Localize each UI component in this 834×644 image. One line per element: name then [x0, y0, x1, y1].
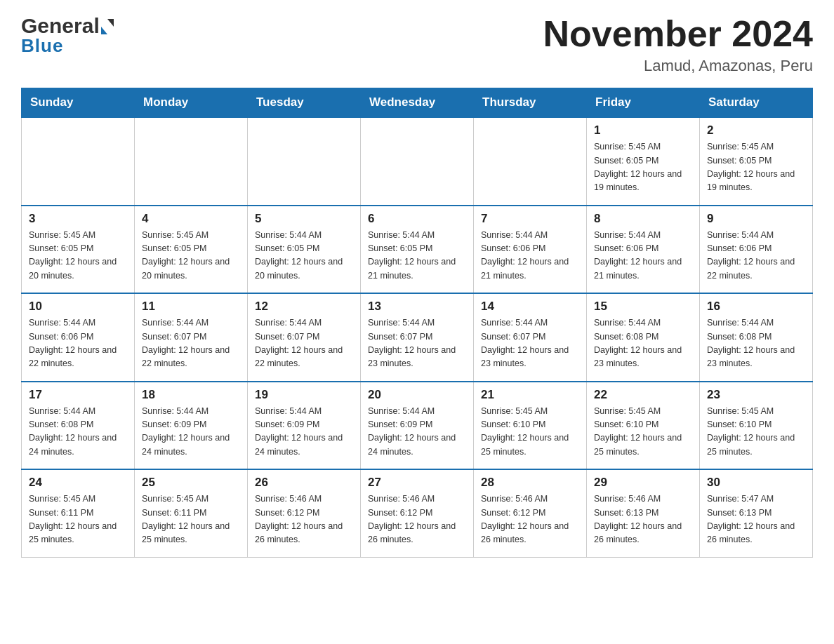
calendar-cell: 8Sunrise: 5:44 AMSunset: 6:06 PMDaylight… [587, 206, 700, 294]
calendar-cell: 9Sunrise: 5:44 AMSunset: 6:06 PMDaylight… [700, 206, 813, 294]
calendar-cell: 22Sunrise: 5:45 AMSunset: 6:10 PMDayligh… [587, 382, 700, 470]
day-number: 20 [368, 388, 466, 402]
weekday-header-thursday: Thursday [474, 88, 587, 118]
logo-text-blue: Blue [21, 35, 63, 57]
day-number: 11 [142, 300, 240, 314]
day-number: 8 [594, 212, 692, 226]
calendar-body: 1Sunrise: 5:45 AMSunset: 6:05 PMDaylight… [22, 117, 813, 557]
calendar-header: SundayMondayTuesdayWednesdayThursdayFrid… [22, 88, 813, 118]
calendar-cell: 25Sunrise: 5:45 AMSunset: 6:11 PMDayligh… [135, 469, 248, 557]
day-number: 17 [29, 388, 127, 402]
calendar-cell: 28Sunrise: 5:46 AMSunset: 6:12 PMDayligh… [474, 469, 587, 557]
day-info: Sunrise: 5:44 AMSunset: 6:09 PMDaylight:… [255, 405, 353, 459]
day-info: Sunrise: 5:44 AMSunset: 6:07 PMDaylight:… [255, 316, 353, 371]
calendar-cell: 30Sunrise: 5:47 AMSunset: 6:13 PMDayligh… [700, 469, 813, 557]
calendar-cell: 19Sunrise: 5:44 AMSunset: 6:09 PMDayligh… [248, 382, 361, 470]
day-info: Sunrise: 5:44 AMSunset: 6:08 PMDaylight:… [707, 316, 805, 371]
day-info: Sunrise: 5:45 AMSunset: 6:05 PMDaylight:… [29, 229, 127, 283]
day-info: Sunrise: 5:46 AMSunset: 6:13 PMDaylight:… [594, 492, 692, 547]
logo-icon [101, 19, 114, 34]
day-info: Sunrise: 5:44 AMSunset: 6:09 PMDaylight:… [368, 405, 466, 459]
day-number: 18 [142, 388, 240, 402]
calendar-cell: 7Sunrise: 5:44 AMSunset: 6:06 PMDaylight… [474, 206, 587, 294]
calendar-cell: 5Sunrise: 5:44 AMSunset: 6:05 PMDaylight… [248, 206, 361, 294]
page-header: General Blue November 2024 Lamud, Amazon… [21, 14, 813, 75]
logo-text-general: General [21, 14, 100, 38]
calendar-cell: 13Sunrise: 5:44 AMSunset: 6:07 PMDayligh… [361, 293, 474, 382]
day-number: 6 [368, 212, 466, 226]
day-number: 25 [142, 476, 240, 490]
day-info: Sunrise: 5:45 AMSunset: 6:10 PMDaylight:… [481, 405, 579, 459]
day-number: 24 [29, 476, 127, 490]
weekday-header-sunday: Sunday [22, 88, 135, 118]
calendar-cell [135, 117, 248, 206]
calendar-cell [22, 117, 135, 206]
day-number: 28 [481, 476, 579, 490]
day-number: 2 [707, 123, 805, 137]
title-area: November 2024 Lamud, Amazonas, Peru [543, 14, 813, 75]
day-number: 22 [594, 388, 692, 402]
calendar-cell: 12Sunrise: 5:44 AMSunset: 6:07 PMDayligh… [248, 293, 361, 382]
day-info: Sunrise: 5:45 AMSunset: 6:05 PMDaylight:… [594, 140, 692, 195]
calendar-cell: 6Sunrise: 5:44 AMSunset: 6:05 PMDaylight… [361, 206, 474, 294]
day-number: 15 [594, 300, 692, 314]
day-info: Sunrise: 5:44 AMSunset: 6:07 PMDaylight:… [142, 316, 240, 371]
day-number: 21 [481, 388, 579, 402]
calendar-cell: 11Sunrise: 5:44 AMSunset: 6:07 PMDayligh… [135, 293, 248, 382]
day-number: 13 [368, 300, 466, 314]
calendar-subtitle: Lamud, Amazonas, Peru [543, 57, 813, 75]
day-number: 5 [255, 212, 353, 226]
calendar-cell: 26Sunrise: 5:46 AMSunset: 6:12 PMDayligh… [248, 469, 361, 557]
calendar-cell: 4Sunrise: 5:45 AMSunset: 6:05 PMDaylight… [135, 206, 248, 294]
day-number: 12 [255, 300, 353, 314]
calendar-title: November 2024 [543, 14, 813, 54]
calendar-week-row: 10Sunrise: 5:44 AMSunset: 6:06 PMDayligh… [22, 293, 813, 382]
calendar-cell [474, 117, 587, 206]
day-info: Sunrise: 5:44 AMSunset: 6:05 PMDaylight:… [368, 229, 466, 283]
day-info: Sunrise: 5:45 AMSunset: 6:10 PMDaylight:… [707, 405, 805, 459]
calendar-cell: 24Sunrise: 5:45 AMSunset: 6:11 PMDayligh… [22, 469, 135, 557]
day-number: 29 [594, 476, 692, 490]
day-info: Sunrise: 5:44 AMSunset: 6:06 PMDaylight:… [707, 229, 805, 283]
calendar-cell: 17Sunrise: 5:44 AMSunset: 6:08 PMDayligh… [22, 382, 135, 470]
day-info: Sunrise: 5:44 AMSunset: 6:06 PMDaylight:… [481, 229, 579, 283]
weekday-header-row: SundayMondayTuesdayWednesdayThursdayFrid… [22, 88, 813, 118]
calendar-cell: 21Sunrise: 5:45 AMSunset: 6:10 PMDayligh… [474, 382, 587, 470]
day-number: 23 [707, 388, 805, 402]
weekday-header-tuesday: Tuesday [248, 88, 361, 118]
calendar-cell: 20Sunrise: 5:44 AMSunset: 6:09 PMDayligh… [361, 382, 474, 470]
logo: General Blue [21, 14, 114, 57]
calendar-cell [248, 117, 361, 206]
calendar-cell: 3Sunrise: 5:45 AMSunset: 6:05 PMDaylight… [22, 206, 135, 294]
calendar-week-row: 3Sunrise: 5:45 AMSunset: 6:05 PMDaylight… [22, 206, 813, 294]
weekday-header-friday: Friday [587, 88, 700, 118]
day-info: Sunrise: 5:44 AMSunset: 6:09 PMDaylight:… [142, 405, 240, 459]
day-info: Sunrise: 5:44 AMSunset: 6:08 PMDaylight:… [594, 316, 692, 371]
day-info: Sunrise: 5:45 AMSunset: 6:11 PMDaylight:… [29, 492, 127, 547]
weekday-header-saturday: Saturday [700, 88, 813, 118]
calendar-cell: 27Sunrise: 5:46 AMSunset: 6:12 PMDayligh… [361, 469, 474, 557]
day-info: Sunrise: 5:45 AMSunset: 6:05 PMDaylight:… [142, 229, 240, 283]
day-number: 26 [255, 476, 353, 490]
day-number: 14 [481, 300, 579, 314]
calendar-cell: 16Sunrise: 5:44 AMSunset: 6:08 PMDayligh… [700, 293, 813, 382]
day-info: Sunrise: 5:47 AMSunset: 6:13 PMDaylight:… [707, 492, 805, 547]
calendar-cell: 10Sunrise: 5:44 AMSunset: 6:06 PMDayligh… [22, 293, 135, 382]
day-info: Sunrise: 5:46 AMSunset: 6:12 PMDaylight:… [481, 492, 579, 547]
day-number: 10 [29, 300, 127, 314]
calendar-cell [361, 117, 474, 206]
calendar-cell: 14Sunrise: 5:44 AMSunset: 6:07 PMDayligh… [474, 293, 587, 382]
day-number: 19 [255, 388, 353, 402]
calendar-cell: 1Sunrise: 5:45 AMSunset: 6:05 PMDaylight… [587, 117, 700, 206]
day-info: Sunrise: 5:45 AMSunset: 6:05 PMDaylight:… [707, 140, 805, 195]
day-number: 7 [481, 212, 579, 226]
day-number: 9 [707, 212, 805, 226]
day-info: Sunrise: 5:44 AMSunset: 6:06 PMDaylight:… [594, 229, 692, 283]
weekday-header-wednesday: Wednesday [361, 88, 474, 118]
day-info: Sunrise: 5:45 AMSunset: 6:11 PMDaylight:… [142, 492, 240, 547]
weekday-header-monday: Monday [135, 88, 248, 118]
day-info: Sunrise: 5:46 AMSunset: 6:12 PMDaylight:… [368, 492, 466, 547]
day-number: 27 [368, 476, 466, 490]
day-info: Sunrise: 5:44 AMSunset: 6:05 PMDaylight:… [255, 229, 353, 283]
calendar-cell: 29Sunrise: 5:46 AMSunset: 6:13 PMDayligh… [587, 469, 700, 557]
